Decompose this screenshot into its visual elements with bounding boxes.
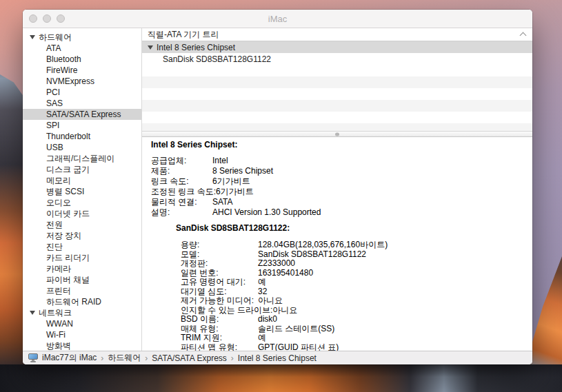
detail-row: 공급업체:Intel bbox=[151, 156, 532, 166]
tree-empty-row bbox=[142, 123, 532, 131]
sidebar-item-pci[interactable]: PCI bbox=[23, 87, 141, 98]
tree-empty-row bbox=[142, 100, 532, 112]
sidebar-item-power[interactable]: 전원 bbox=[23, 219, 141, 230]
sidebar-item-firewall[interactable]: 방화벽 bbox=[23, 340, 141, 351]
breadcrumb-separator: › bbox=[231, 353, 234, 363]
sidebar-item-camera[interactable]: 카메라 bbox=[23, 263, 141, 274]
sidebar-item-storage[interactable]: 저장 장치 bbox=[23, 230, 141, 241]
detail-row: 개정판:Z2333000 bbox=[176, 259, 532, 269]
detail-section-sandisk: SanDisk SD8SBAT128G1122: 용량:128.04GB(128… bbox=[176, 223, 532, 351]
detail-row: 조정된 링크 속도:6기가비트 bbox=[151, 187, 532, 197]
detail-row: TRIM 지원:예 bbox=[176, 333, 532, 343]
detail-section-title-sandisk: SanDisk SD8SBAT128G1122: bbox=[176, 223, 532, 234]
status-bar: iMac77의 iMac › 하드웨어 › SATA/SATA Express … bbox=[23, 351, 532, 364]
device-tree-column-header[interactable]: 직렬-ATA 기기 트리 bbox=[142, 28, 532, 41]
sidebar-item-sata-sata-express[interactable]: SATA/SATA Express bbox=[23, 109, 141, 120]
detail-row: 제품:8 Series Chipset bbox=[151, 166, 532, 176]
tree-empty-row bbox=[142, 88, 532, 100]
sidebar-item-printers[interactable]: 프린터 bbox=[23, 285, 141, 296]
tree-row-intel-8-series-chipset[interactable]: Intel 8 Series Chipset bbox=[142, 41, 532, 53]
sidebar-item-firewire[interactable]: FireWire bbox=[23, 65, 141, 76]
disclosure-triangle-icon bbox=[30, 311, 35, 315]
breadcrumb-item-chipset: Intel 8 Series Chipset bbox=[238, 353, 317, 363]
sidebar-item-wifi[interactable]: Wi-Fi bbox=[23, 329, 141, 340]
device-tree-header-label: 직렬-ATA 기기 트리 bbox=[148, 29, 219, 41]
detail-row: 물리적 연결:SATA bbox=[151, 197, 532, 207]
disclosure-triangle-icon[interactable] bbox=[148, 45, 153, 50]
detail-row: 제거 가능한 미디어:아니요 bbox=[176, 296, 532, 306]
sidebar-item-disc-burning[interactable]: 디스크 굽기 bbox=[23, 164, 141, 175]
traffic-light-buttons bbox=[23, 14, 65, 23]
breadcrumb-item-sata: SATA/SATA Express bbox=[152, 353, 226, 363]
sidebar-item-graphics-displays[interactable]: 그래픽/디스플레이 bbox=[23, 153, 141, 164]
sort-ascending-chevron-icon bbox=[520, 32, 527, 39]
sidebar-item-memory[interactable]: 메모리 bbox=[23, 175, 141, 186]
breadcrumb: iMac77의 iMac › 하드웨어 › SATA/SATA Express … bbox=[42, 352, 317, 364]
sidebar-section-hardware[interactable]: 하드웨어 bbox=[23, 32, 141, 43]
sidebar-item-card-reader[interactable]: 카드 리더기 bbox=[23, 252, 141, 263]
device-tree[interactable]: Intel 8 Series Chipset SanDisk SD8SBAT12… bbox=[142, 41, 532, 131]
sidebar-item-parallel-scsi[interactable]: 병렬 SCSI bbox=[23, 186, 141, 197]
sidebar-section-network[interactable]: 네트워크 bbox=[23, 307, 141, 318]
window-title: iMac bbox=[23, 14, 532, 24]
splitter-dot-icon bbox=[335, 132, 339, 136]
sidebar[interactable]: 하드웨어 ATA Bluetooth FireWire NVMExpress P… bbox=[23, 28, 142, 351]
breadcrumb-item-computer: iMac77의 iMac bbox=[42, 352, 97, 364]
window-titlebar: iMac bbox=[23, 10, 532, 28]
zoom-button[interactable] bbox=[57, 14, 65, 23]
sidebar-item-audio[interactable]: 오디오 bbox=[23, 197, 141, 208]
tree-empty-row bbox=[142, 76, 532, 88]
system-information-window: iMac 하드웨어 ATA Bluetooth FireWire NVMExpr… bbox=[23, 10, 532, 364]
tree-empty-row bbox=[142, 65, 532, 76]
detail-row: 설명:AHCI Version 1.30 Supported bbox=[151, 207, 532, 218]
sidebar-item-bluetooth[interactable]: Bluetooth bbox=[23, 54, 141, 65]
tree-empty-row bbox=[142, 112, 532, 123]
sidebar-item-spi[interactable]: SPI bbox=[23, 120, 141, 131]
sidebar-item-wwan[interactable]: WWAN bbox=[23, 318, 141, 329]
splitter-handle[interactable] bbox=[142, 131, 532, 137]
sidebar-item-ethernet-cards[interactable]: 이더넷 카드 bbox=[23, 208, 141, 219]
breadcrumb-separator: › bbox=[145, 353, 148, 363]
detail-row: 일련 번호:163195401480 bbox=[176, 269, 532, 278]
disclosure-triangle-icon bbox=[30, 35, 35, 39]
detail-row: 모델:SanDisk SD8SBAT128G1122 bbox=[176, 250, 532, 260]
breadcrumb-separator: › bbox=[101, 353, 103, 363]
window-body: 하드웨어 ATA Bluetooth FireWire NVMExpress P… bbox=[23, 28, 532, 351]
sidebar-item-nvmexpress[interactable]: NVMExpress bbox=[23, 76, 141, 87]
sidebar-item-thunderbolt[interactable]: Thunderbolt bbox=[23, 131, 141, 142]
sidebar-item-sas[interactable]: SAS bbox=[23, 98, 141, 109]
detail-rows-intel: 공급업체:Intel 제품:8 Series Chipset 링크 속도:6기가… bbox=[151, 156, 532, 218]
minimize-button[interactable] bbox=[43, 14, 51, 23]
breadcrumb-item-hardware: 하드웨어 bbox=[108, 352, 141, 364]
detail-row: 인지할 수 있는 드라이브:아니요 bbox=[176, 306, 532, 316]
detail-row: BSD 이름:disk0 bbox=[176, 315, 532, 324]
sidebar-item-diagnostics[interactable]: 진단 bbox=[23, 241, 141, 252]
sidebar-item-hardware-raid[interactable]: 하드웨어 RAID bbox=[23, 296, 141, 307]
sidebar-item-fibre-channel[interactable]: 파이버 채널 bbox=[23, 274, 141, 285]
detail-row: 고유 명령어 대기:예 bbox=[176, 278, 532, 287]
detail-row: 매체 유형:솔리드 스테이트(SS) bbox=[176, 324, 532, 334]
detail-panel[interactable]: Intel 8 Series Chipset: 공급업체:Intel 제품:8 … bbox=[142, 137, 532, 351]
detail-section-title-intel: Intel 8 Series Chipset: bbox=[151, 140, 532, 150]
tree-row-sandisk-sd8sbat128g1122[interactable]: SanDisk SD8SBAT128G1122 bbox=[142, 53, 532, 65]
detail-row: 링크 속도:6기가비트 bbox=[151, 176, 532, 187]
sidebar-item-usb[interactable]: USB bbox=[23, 142, 141, 153]
wallpaper-mountain-bottom bbox=[0, 364, 562, 392]
detail-row: 대기열 심도:32 bbox=[176, 287, 532, 297]
imac-icon bbox=[28, 353, 38, 362]
close-button[interactable] bbox=[29, 14, 37, 23]
detail-row: 용량:128.04GB(128,035,676,160바이트) bbox=[176, 240, 532, 250]
main-panel: 직렬-ATA 기기 트리 Intel 8 Series Chipset SanD… bbox=[142, 28, 532, 351]
detail-row: 파티션 맵 유형:GPT(GUID 파티션 표) bbox=[176, 343, 532, 351]
sidebar-item-ata[interactable]: ATA bbox=[23, 43, 141, 54]
